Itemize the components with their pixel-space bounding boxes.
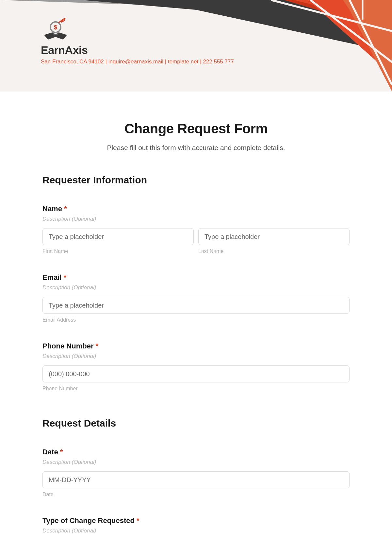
first-name-sublabel: First Name — [42, 248, 194, 254]
first-name-input[interactable] — [42, 228, 194, 245]
form-subtitle: Please fill out this form with accurate … — [42, 144, 350, 152]
email-input[interactable] — [42, 297, 350, 314]
phone-input[interactable] — [42, 365, 350, 382]
logo-block: $ EarnAxis San Francisco, CA 94102 | inq… — [41, 18, 234, 65]
section-requester-heading: Requester Information — [42, 175, 350, 186]
header-banner: $ EarnAxis San Francisco, CA 94102 | inq… — [0, 0, 392, 92]
date-description: Description (Optional) — [42, 459, 350, 465]
brand-contact-line: San Francisco, CA 94102 | inquire@earnax… — [41, 59, 234, 65]
brand-name: EarnAxis — [41, 44, 234, 57]
email-label-text: Email — [42, 273, 62, 281]
name-description: Description (Optional) — [42, 216, 350, 222]
phone-label-text: Phone Number — [42, 342, 93, 350]
change-type-description: Description (Optional) — [42, 528, 350, 534]
field-date: Date * Description (Optional) Date — [42, 448, 350, 497]
form-container: Change Request Form Please fill out this… — [0, 92, 392, 547]
change-type-label: Type of Change Requested * — [42, 516, 350, 525]
email-label: Email * — [42, 273, 350, 282]
change-type-label-text: Type of Change Requested — [42, 516, 135, 525]
required-star: * — [96, 342, 99, 350]
field-change-type: Type of Change Requested * Description (… — [42, 516, 350, 534]
email-description: Description (Optional) — [42, 284, 350, 291]
section-details-heading: Request Details — [42, 418, 350, 429]
field-email: Email * Description (Optional) Email Add… — [42, 273, 350, 323]
phone-sublabel: Phone Number — [42, 386, 350, 392]
phone-label: Phone Number * — [42, 342, 350, 350]
required-star: * — [60, 448, 63, 456]
name-label-text: Name — [42, 205, 62, 213]
required-star: * — [64, 205, 67, 213]
date-label-text: Date — [42, 448, 58, 456]
date-input[interactable] — [42, 471, 350, 488]
handshake-logo-icon: $ — [41, 18, 70, 42]
email-sublabel: Email Address — [42, 317, 350, 323]
last-name-sublabel: Last Name — [198, 248, 350, 254]
field-phone: Phone Number * Description (Optional) Ph… — [42, 342, 350, 392]
date-sublabel: Date — [42, 492, 350, 497]
svg-text:$: $ — [54, 24, 57, 31]
name-label: Name * — [42, 205, 350, 213]
phone-description: Description (Optional) — [42, 353, 350, 360]
last-name-input[interactable] — [198, 228, 350, 245]
required-star: * — [64, 273, 67, 281]
required-star: * — [137, 516, 139, 525]
field-name: Name * Description (Optional) First Name… — [42, 205, 350, 254]
date-label: Date * — [42, 448, 350, 456]
form-title: Change Request Form — [42, 121, 350, 137]
